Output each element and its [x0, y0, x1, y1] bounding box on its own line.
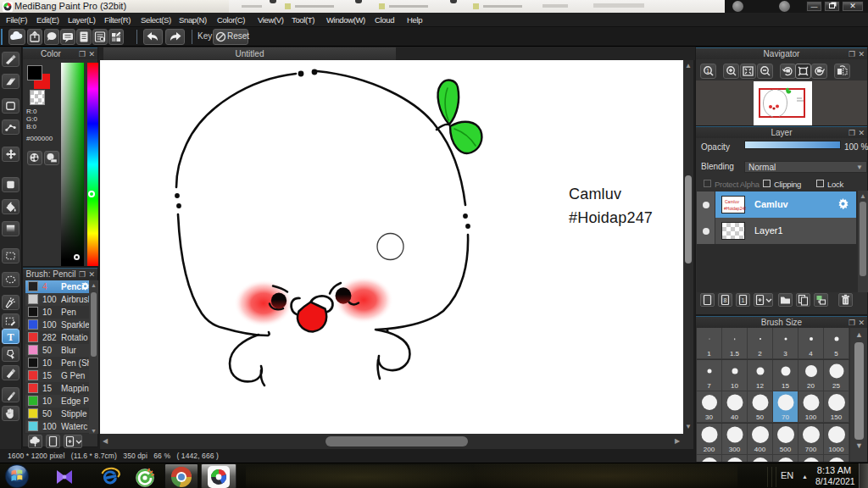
svg-text:8: 8	[724, 297, 727, 303]
svg-text:Camluv: Camluv	[569, 186, 621, 202]
svg-text:#Hoidap247: #Hoidap247	[569, 209, 653, 226]
svg-text:#Hoidap247: #Hoidap247	[724, 206, 746, 211]
svg-text:1: 1	[706, 68, 709, 74]
svg-text:Camluv: Camluv	[725, 199, 739, 204]
svg-text:T: T	[7, 331, 14, 343]
svg-text:1: 1	[742, 297, 745, 303]
